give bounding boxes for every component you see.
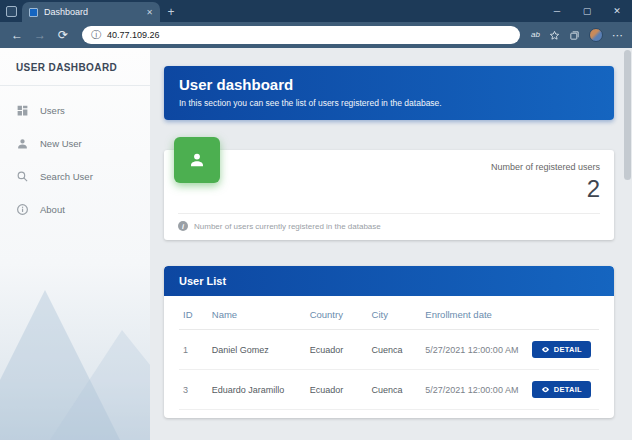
cell-id: 1 — [179, 330, 208, 370]
person-icon — [16, 137, 29, 150]
refresh-button[interactable]: ⟳ — [55, 29, 71, 41]
cell-city: Cuenca — [368, 370, 422, 410]
page-title: User dashboard — [179, 76, 599, 93]
sidebar: USER DASHBOARD Users New User Search Use… — [0, 48, 150, 440]
page-content: USER DASHBOARD Users New User Search Use… — [0, 48, 632, 440]
new-tab-button[interactable]: + — [160, 2, 182, 22]
column-header-id: ID — [179, 300, 208, 330]
eye-icon — [541, 385, 550, 394]
tab-close-icon[interactable]: ✕ — [146, 8, 153, 17]
stats-card: Number of registered users 2 i Number of… — [164, 150, 614, 240]
window-controls: ─ ▢ ✕ — [542, 0, 632, 22]
search-icon — [16, 170, 29, 183]
detail-button[interactable]: DETAIL — [532, 381, 591, 398]
browser-toolbar: ← → ⟳ ⓘ 40.77.109.26 ab ⋯ — [0, 22, 632, 48]
table-row: 1 Daniel Gomez Ecuador Cuenca 5/27/2021 … — [179, 330, 599, 370]
info-icon — [16, 203, 29, 216]
address-bar[interactable]: ⓘ 40.77.109.26 — [82, 26, 520, 44]
browser-tab-dashboard[interactable]: Dashboard ✕ — [22, 2, 160, 22]
stats-footnote-text: Number of users currently registered in … — [194, 222, 381, 231]
cell-id: 3 — [179, 370, 208, 410]
info-badge-icon: i — [178, 221, 188, 231]
table-header-row: ID Name Country City Enrollment date — [179, 300, 599, 330]
sidebar-item-label: Search User — [40, 171, 93, 182]
sidebar-item-about[interactable]: About — [0, 193, 150, 226]
page-scrollbar[interactable] — [624, 50, 631, 438]
page-header-banner: User dashboard In this section you can s… — [164, 66, 614, 120]
cell-enrollment: 5/27/2021 12:00:00 AM — [421, 370, 527, 410]
sidebar-item-label: Users — [40, 105, 65, 116]
main-area: User dashboard In this section you can s… — [150, 48, 632, 440]
back-button[interactable]: ← — [9, 29, 25, 41]
sidebar-title: USER DASHBOARD — [0, 48, 150, 86]
column-header-city: City — [368, 300, 422, 330]
stats-footnote: i Number of users currently registered i… — [178, 214, 600, 240]
cell-country: Ecuador — [306, 370, 368, 410]
stats-summary: Number of registered users 2 — [178, 162, 600, 203]
tab-title: Dashboard — [44, 7, 140, 17]
user-table: ID Name Country City Enrollment date 1 D… — [179, 300, 599, 410]
stats-section: Number of registered users 2 i Number of… — [164, 150, 614, 240]
cell-country: Ecuador — [306, 330, 368, 370]
page-info-icon[interactable]: ⓘ — [91, 30, 101, 40]
eye-icon — [541, 345, 550, 354]
stats-label: Number of registered users — [178, 162, 600, 172]
sidebar-item-users[interactable]: Users — [0, 94, 150, 127]
column-header-country: Country — [306, 300, 368, 330]
users-stat-icon — [174, 137, 220, 183]
address-url: 40.77.109.26 — [107, 30, 160, 40]
person-badge-icon — [186, 149, 208, 171]
forward-button[interactable]: → — [32, 29, 48, 41]
detail-button[interactable]: DETAIL — [532, 341, 591, 358]
cell-enrollment: 5/27/2021 12:00:00 AM — [421, 330, 527, 370]
cell-city: Cuenca — [368, 330, 422, 370]
titlebar: Dashboard ✕ + ─ ▢ ✕ — [0, 0, 632, 22]
read-aloud-icon[interactable]: ab — [531, 31, 540, 39]
column-header-enrollment: Enrollment date — [421, 300, 527, 330]
browser-app-icon — [0, 0, 22, 22]
page-subtitle: In this section you can see the list of … — [179, 98, 599, 108]
sidebar-items: Users New User Search User About — [0, 86, 150, 226]
tab-favicon — [29, 8, 38, 17]
table-row: 3 Eduardo Jaramillo Ecuador Cuenca 5/27/… — [179, 370, 599, 410]
close-button[interactable]: ✕ — [602, 0, 632, 22]
cell-name: Daniel Gomez — [208, 330, 306, 370]
user-list-title: User List — [164, 266, 614, 296]
sidebar-item-new-user[interactable]: New User — [0, 127, 150, 160]
stats-value: 2 — [178, 175, 600, 203]
detail-button-label: DETAIL — [554, 345, 582, 354]
more-menu-icon[interactable]: ⋯ — [612, 30, 623, 41]
scrollbar-thumb[interactable] — [624, 50, 631, 180]
profile-avatar[interactable] — [589, 28, 603, 42]
toolbar-icons: ab ⋯ — [531, 28, 623, 42]
sidebar-item-label: About — [40, 204, 65, 215]
user-list-card: User List ID Name Country City Enrollmen… — [164, 266, 614, 418]
dashboard-grid-icon — [16, 104, 29, 117]
sidebar-item-label: New User — [40, 138, 82, 149]
favorites-star-icon[interactable] — [549, 30, 560, 41]
maximize-button[interactable]: ▢ — [572, 0, 602, 22]
minimize-button[interactable]: ─ — [542, 0, 572, 22]
sidebar-item-search-user[interactable]: Search User — [0, 160, 150, 193]
cell-name: Eduardo Jaramillo — [208, 370, 306, 410]
detail-button-label: DETAIL — [554, 385, 582, 394]
column-header-name: Name — [208, 300, 306, 330]
column-header-actions — [528, 300, 599, 330]
collections-icon[interactable] — [569, 30, 580, 41]
browser-window: Dashboard ✕ + ─ ▢ ✕ ← → ⟳ ⓘ 40.77.109.26… — [0, 0, 632, 440]
